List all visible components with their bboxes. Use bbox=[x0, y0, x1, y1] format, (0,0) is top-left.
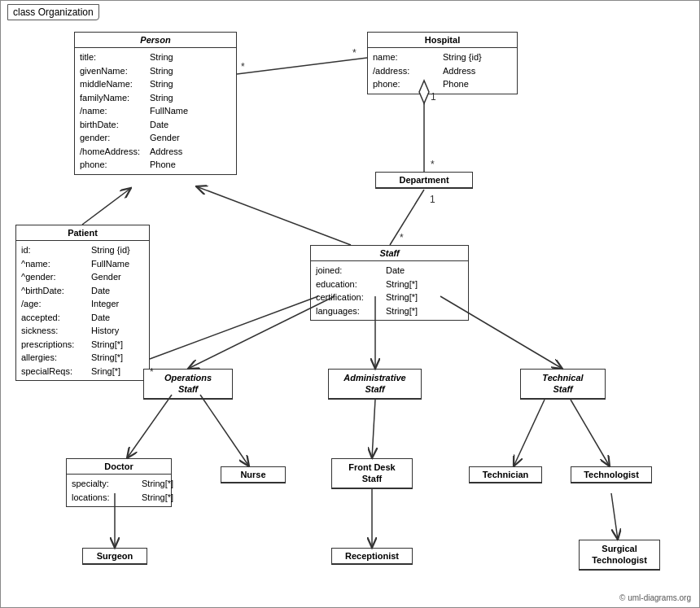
svg-text:*: * bbox=[241, 61, 245, 72]
class-technologist: Technologist bbox=[571, 466, 652, 483]
class-patient-header: Patient bbox=[16, 225, 149, 241]
class-doctor-body: specialty:String[*] locations:String[*] bbox=[67, 475, 171, 506]
class-surgeon-header: Surgeon bbox=[83, 549, 147, 564]
copyright: © uml-diagrams.org bbox=[619, 593, 691, 602]
class-hospital-body: name:String {id} /address:Address phone:… bbox=[368, 48, 517, 94]
svg-line-20 bbox=[571, 400, 610, 466]
class-hospital: Hospital name:String {id} /address:Addre… bbox=[367, 32, 518, 94]
class-technologist-header: Technologist bbox=[571, 467, 651, 483]
class-patient-body: id:String {id} ^name:FullName ^gender:Ge… bbox=[16, 241, 149, 380]
class-administrative-staff-header: AdministrativeStaff bbox=[329, 370, 421, 399]
svg-line-5 bbox=[390, 190, 424, 245]
class-doctor-header: Doctor bbox=[67, 459, 171, 475]
svg-line-8 bbox=[237, 58, 367, 74]
diagram-title: class Organization bbox=[7, 4, 99, 20]
svg-line-16 bbox=[127, 395, 172, 458]
class-front-desk-staff-header: Front DeskStaff bbox=[332, 459, 412, 488]
class-department-header: Department bbox=[376, 173, 472, 188]
svg-line-11 bbox=[82, 188, 131, 225]
class-surgical-technologist: SurgicalTechnologist bbox=[579, 540, 660, 571]
svg-text:*: * bbox=[352, 47, 357, 59]
svg-line-23 bbox=[611, 493, 618, 540]
class-technical-staff: TechnicalStaff bbox=[520, 369, 606, 400]
class-operations-staff: OperationsStaff bbox=[143, 369, 233, 400]
svg-line-12 bbox=[196, 186, 351, 245]
class-person-header: Person bbox=[75, 33, 236, 48]
class-nurse: Nurse bbox=[221, 466, 286, 483]
class-surgeon: Surgeon bbox=[82, 548, 147, 565]
diagram-container: class Organization Person title:String g… bbox=[0, 0, 700, 608]
svg-line-18 bbox=[372, 400, 375, 458]
class-technician: Technician bbox=[469, 466, 542, 483]
class-administrative-staff: AdministrativeStaff bbox=[328, 369, 422, 400]
svg-text:*: * bbox=[431, 159, 435, 170]
class-technician-header: Technician bbox=[470, 467, 541, 483]
class-surgical-technologist-header: SurgicalTechnologist bbox=[580, 540, 659, 570]
class-receptionist: Receptionist bbox=[331, 548, 413, 565]
class-technical-staff-header: TechnicalStaff bbox=[521, 370, 605, 399]
class-staff-header: Staff bbox=[311, 246, 468, 261]
class-department: Department bbox=[375, 172, 473, 189]
svg-line-19 bbox=[514, 400, 545, 466]
class-patient: Patient id:String {id} ^name:FullName ^g… bbox=[15, 225, 150, 381]
class-staff: Staff joined:Date education:String[*] ce… bbox=[310, 245, 469, 321]
svg-line-24 bbox=[150, 296, 318, 359]
svg-text:*: * bbox=[400, 232, 404, 243]
class-operations-staff-header: OperationsStaff bbox=[144, 370, 232, 399]
class-nurse-header: Nurse bbox=[221, 467, 285, 483]
class-front-desk-staff: Front DeskStaff bbox=[331, 458, 413, 489]
class-hospital-header: Hospital bbox=[368, 33, 517, 48]
svg-text:1: 1 bbox=[430, 194, 435, 205]
class-staff-body: joined:Date education:String[*] certific… bbox=[311, 261, 468, 320]
class-person-body: title:String givenName:String middleName… bbox=[75, 48, 236, 174]
class-receptionist-header: Receptionist bbox=[332, 549, 412, 564]
svg-line-17 bbox=[200, 395, 249, 466]
class-doctor: Doctor specialty:String[*] locations:Str… bbox=[66, 458, 172, 507]
class-person: Person title:String givenName:String mid… bbox=[74, 32, 237, 175]
